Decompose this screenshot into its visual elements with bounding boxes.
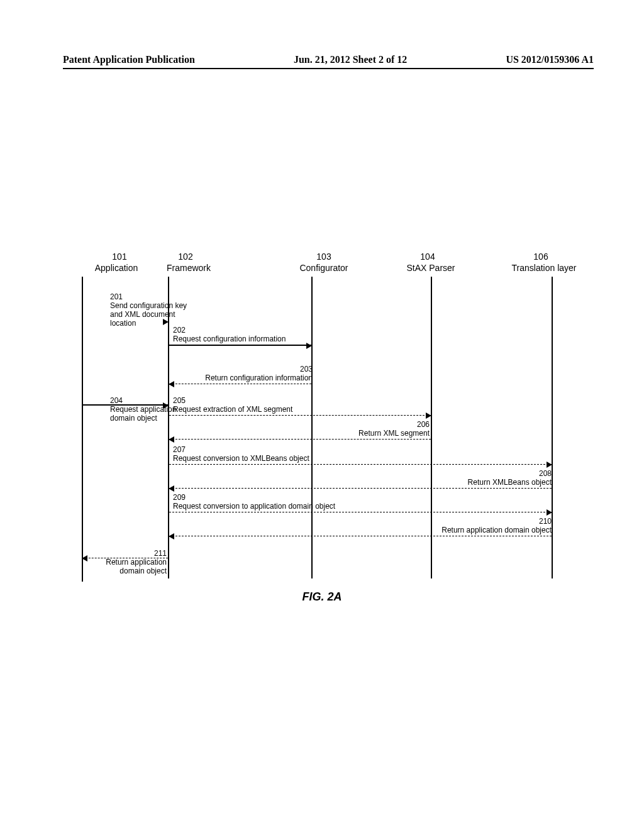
- msg-211-num: 211: [97, 549, 167, 558]
- lifeline-translation: [552, 277, 553, 578]
- msg-207-text: Request conversion to XMLBeans object: [173, 454, 309, 463]
- arrow-204: [82, 404, 168, 406]
- arrowhead-icon: [547, 509, 552, 516]
- arrow-205: [169, 415, 431, 416]
- arrow-203: [169, 384, 311, 384]
- msg-201-text: Send configuration key and XML document …: [110, 301, 187, 328]
- arrowhead-icon: [306, 343, 312, 349]
- arrowhead-icon: [169, 381, 174, 387]
- msg-208: 208 Return XMLBeans object: [457, 469, 552, 487]
- msg-209-text: Request conversion to application domain…: [173, 502, 335, 511]
- msg-205-num: 205: [173, 396, 330, 405]
- arrow-208: [169, 488, 552, 489]
- header-center: Jun. 21, 2012 Sheet 2 of 12: [294, 54, 407, 65]
- lane-translation-ref: 106: [516, 252, 566, 262]
- msg-206: 206 Return XML segment: [345, 420, 430, 438]
- lane-translation-label: Translation layer: [503, 263, 585, 273]
- arrow-207: [169, 464, 552, 465]
- lane-framework-label: Framework: [154, 263, 223, 273]
- msg-210-text: Return application domain object: [441, 526, 552, 534]
- msg-211-text: Return application domain object: [106, 558, 167, 575]
- msg-203-text: Return configuration information: [205, 374, 313, 382]
- msg-201-num: 201: [110, 292, 192, 301]
- msg-203: 203 Return configuration information: [196, 365, 313, 382]
- patent-page: Patent Application Publication Jun. 21, …: [0, 0, 644, 830]
- arrowhead-icon: [163, 402, 169, 409]
- lane-configurator-ref: 103: [299, 252, 349, 262]
- page-header: Patent Application Publication Jun. 21, …: [63, 54, 594, 65]
- msg-208-num: 208: [457, 469, 552, 478]
- lane-configurator-label: Configurator: [289, 263, 358, 273]
- lane-framework-ref: 102: [160, 252, 211, 262]
- arrowhead-icon: [169, 533, 174, 540]
- lifeline-configurator: [311, 277, 313, 578]
- arrow-202: [169, 345, 311, 346]
- arrow-210: [169, 536, 552, 536]
- header-rule: [63, 68, 594, 69]
- arrow-209: [169, 512, 552, 512]
- arrowhead-icon: [163, 319, 169, 325]
- arrowhead-icon: [547, 462, 552, 468]
- msg-201: 201 Send configuration key and XML docum…: [110, 292, 192, 328]
- arrowhead-icon: [426, 412, 431, 419]
- msg-208-text: Return XMLBeans object: [468, 478, 552, 487]
- arrowhead-icon: [82, 555, 87, 562]
- arrow-211: [82, 558, 168, 558]
- lane-stax-ref: 104: [402, 252, 453, 262]
- msg-202-num: 202: [173, 326, 311, 335]
- lane-application-ref: 101: [94, 252, 145, 262]
- msg-210-num: 210: [426, 517, 552, 526]
- msg-209-num: 209: [173, 493, 393, 502]
- lane-application-label: Application: [82, 263, 151, 273]
- header-right: US 2012/0159306 A1: [506, 54, 594, 65]
- msg-205: 205 Request extraction of XML segment: [173, 396, 330, 414]
- lane-stax-label: StAX Parser: [393, 263, 469, 273]
- sequence-diagram: 101 Application 102 Framework 103 Config…: [82, 252, 604, 585]
- arrow-206: [169, 439, 431, 440]
- msg-203-num: 203: [196, 365, 313, 374]
- msg-207-num: 207: [173, 445, 362, 454]
- msg-206-text: Return XML segment: [358, 429, 430, 438]
- msg-210: 210 Return application domain object: [426, 517, 552, 534]
- arrowhead-icon: [169, 485, 174, 492]
- header-left: Patent Application Publication: [63, 54, 195, 65]
- msg-209: 209 Request conversion to application do…: [173, 493, 393, 511]
- figure-caption: FIG. 2A: [0, 590, 644, 604]
- lifeline-application: [82, 277, 83, 582]
- msg-211: 211 Return application domain object: [97, 549, 167, 575]
- msg-207: 207 Request conversion to XMLBeans objec…: [173, 445, 362, 463]
- msg-202: 202 Request configuration information: [173, 326, 311, 343]
- msg-202-text: Request configuration information: [173, 335, 286, 343]
- msg-206-num: 206: [345, 420, 430, 429]
- arrowhead-icon: [169, 436, 174, 443]
- msg-205-text: Request extraction of XML segment: [173, 405, 292, 414]
